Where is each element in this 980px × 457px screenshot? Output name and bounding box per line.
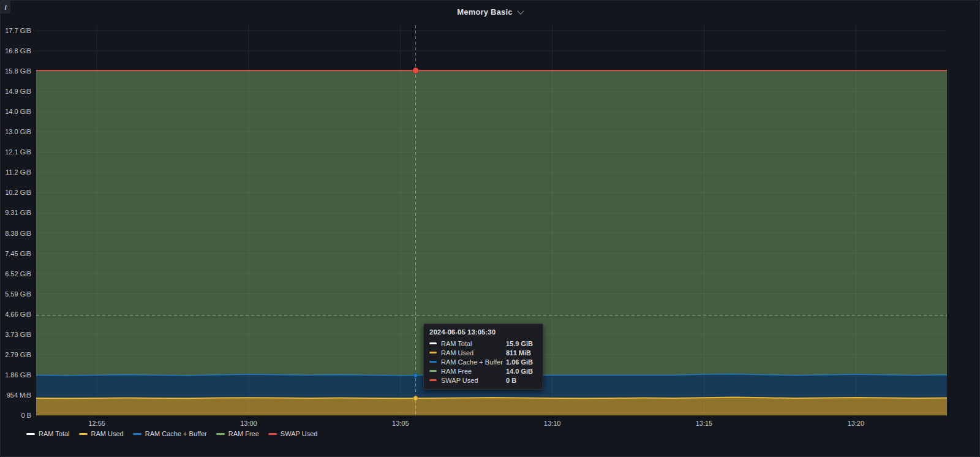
tooltip-series-label: RAM Cache + Buffer — [441, 358, 506, 366]
y-axis-label: 954 MiB — [1, 391, 31, 399]
y-axis-label: 15.8 GiB — [1, 67, 31, 75]
legend-label: RAM Free — [228, 430, 259, 437]
tooltip-timestamp: 2024-06-05 13:05:30 — [429, 328, 537, 336]
tooltip-series-value: 0 B — [506, 377, 537, 384]
x-axis-label: 13:20 — [834, 419, 877, 428]
y-axis-label: 5.59 GiB — [1, 290, 31, 298]
legend-item[interactable]: RAM Total — [26, 430, 70, 437]
y-axis-label: 1.86 GiB — [1, 371, 31, 379]
y-axis-label: 10.2 GiB — [1, 188, 31, 197]
y-axis-label: 11.2 GiB — [1, 168, 31, 176]
legend-swatch-icon — [133, 433, 141, 435]
x-axis-label: 13:10 — [531, 419, 574, 428]
y-axis-label: 8.38 GiB — [1, 229, 31, 238]
x-axis-label: 13:15 — [682, 419, 725, 428]
series-swatch-icon — [429, 379, 437, 381]
tooltip-series-value: 811 MiB — [506, 349, 537, 357]
legend-label: RAM Total — [39, 430, 70, 437]
x-axis-label: 13:00 — [227, 419, 270, 428]
tooltip: 2024-06-05 13:05:30 RAM Total15.9 GiBRAM… — [423, 323, 543, 390]
y-axis-label: 13.0 GiB — [1, 127, 31, 136]
tooltip-row: RAM Used811 MiB — [429, 348, 537, 357]
tooltip-series-value: 1.06 GiB — [506, 358, 537, 366]
series-swatch-icon — [429, 370, 437, 372]
y-axis-label: 14.9 GiB — [1, 87, 31, 96]
series-swatch-icon — [429, 361, 437, 363]
panel-header[interactable]: Memory Basic — [1, 1, 979, 23]
legend: RAM TotalRAM UsedRAM Cache + BufferRAM F… — [26, 430, 317, 437]
y-axis-label: 0 B — [1, 411, 31, 420]
x-axis-label: 12:55 — [75, 419, 118, 428]
tooltip-rows: RAM Total15.9 GiBRAM Used811 MiBRAM Cach… — [429, 339, 537, 385]
legend-label: SWAP Used — [281, 430, 318, 437]
tooltip-series-value: 15.9 GiB — [506, 340, 537, 347]
tooltip-series-label: RAM Total — [441, 340, 506, 347]
legend-item[interactable]: RAM Cache + Buffer — [133, 430, 207, 437]
tooltip-series-label: RAM Used — [441, 349, 506, 357]
legend-swatch-icon — [79, 433, 88, 435]
chevron-down-icon — [517, 7, 524, 14]
tooltip-series-label: SWAP Used — [441, 377, 506, 384]
tooltip-series-value: 14.0 GiB — [506, 368, 537, 375]
x-axis-label: 13:05 — [379, 419, 422, 428]
y-axis-label: 7.45 GiB — [1, 249, 31, 258]
legend-swatch-icon — [216, 433, 225, 435]
legend-label: RAM Cache + Buffer — [145, 430, 207, 437]
info-icon: i — [4, 4, 6, 11]
y-axis-label: 3.73 GiB — [1, 330, 31, 339]
panel-title[interactable]: Memory Basic — [457, 7, 513, 17]
panel-info-icon[interactable]: i — [1, 1, 10, 13]
series-swatch-icon — [429, 352, 437, 353]
y-axis-label: 6.52 GiB — [1, 270, 31, 278]
legend-swatch-icon — [26, 433, 35, 435]
tooltip-row: RAM Total15.9 GiB — [429, 339, 537, 348]
legend-label: RAM Used — [91, 430, 124, 437]
y-axis-label: 9.31 GiB — [1, 208, 31, 217]
tooltip-row: RAM Free14.0 GiB — [429, 366, 537, 376]
tooltip-row: RAM Cache + Buffer1.06 GiB — [429, 357, 537, 366]
y-axis-label: 16.8 GiB — [1, 47, 31, 55]
tooltip-series-label: RAM Free — [441, 368, 506, 375]
y-axis-label: 17.7 GiB — [1, 26, 31, 35]
legend-swatch-icon — [268, 433, 277, 435]
series-swatch-icon — [429, 342, 437, 344]
y-axis-label: 2.79 GiB — [1, 350, 31, 359]
memory-basic-panel: i Memory Basic 17.7 GiB16.8 GiB15.8 GiB1… — [0, 0, 980, 457]
y-axis-label: 4.66 GiB — [1, 310, 31, 319]
tooltip-row: SWAP Used0 B — [429, 376, 537, 385]
y-axis-label: 12.1 GiB — [1, 148, 31, 156]
y-axis-label: 14.0 GiB — [1, 107, 31, 116]
legend-item[interactable]: RAM Free — [216, 430, 259, 437]
legend-item[interactable]: SWAP Used — [268, 430, 318, 437]
legend-item[interactable]: RAM Used — [79, 430, 124, 437]
